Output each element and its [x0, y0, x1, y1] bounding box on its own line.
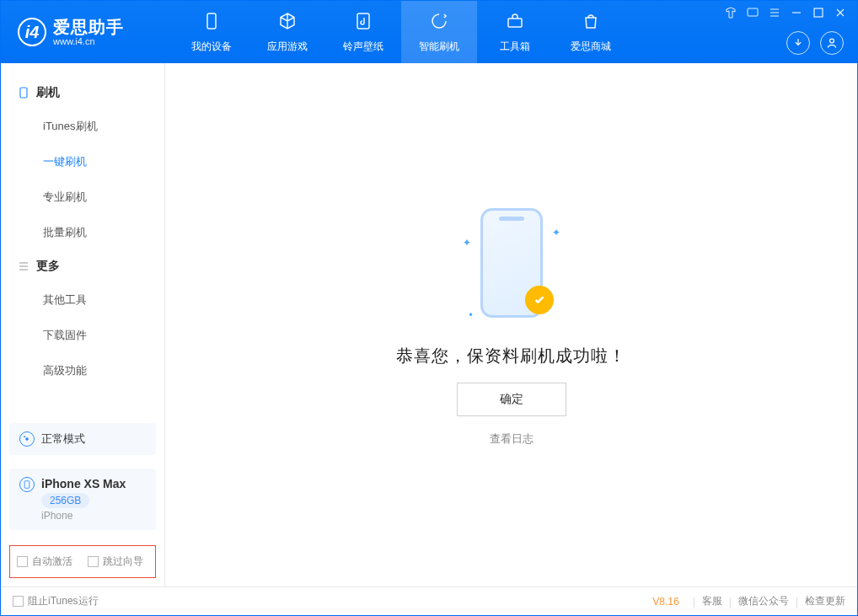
svg-rect-6: [20, 88, 27, 98]
sidebar-item-download-firmware[interactable]: 下载固件: [43, 318, 164, 353]
menu-icon[interactable]: [768, 6, 781, 19]
checkbox-icon: [88, 556, 99, 567]
skin-icon[interactable]: [724, 6, 737, 19]
nav-store[interactable]: 爱思商城: [553, 1, 629, 63]
svg-point-7: [26, 438, 29, 441]
checkbox-icon: [17, 556, 28, 567]
nav-apps-games[interactable]: 应用游戏: [249, 1, 325, 63]
download-button[interactable]: [786, 31, 810, 55]
minimize-button[interactable]: [790, 6, 803, 19]
svg-rect-0: [207, 13, 216, 29]
logo-area: i4 爱思助手 www.i4.cn: [1, 18, 174, 46]
top-nav: 我的设备 应用游戏 铃声壁纸 智能刷机 工具箱 爱思商城: [174, 1, 629, 63]
svg-point-5: [830, 39, 834, 43]
view-log-link[interactable]: 查看日志: [490, 431, 534, 447]
svg-rect-1: [357, 13, 369, 29]
section-flash-header[interactable]: 刷机: [1, 77, 164, 109]
body: 刷机 iTunes刷机 一键刷机 专业刷机 批量刷机 更多 其他工具 下载固件 …: [1, 63, 857, 587]
svg-rect-2: [508, 19, 522, 27]
device-name: iPhone XS Max: [41, 477, 126, 490]
success-check-icon: [525, 286, 554, 314]
sparkle-icon: ✦: [463, 237, 471, 249]
confirm-button[interactable]: 确定: [457, 383, 566, 416]
sparkle-icon: ✦: [552, 227, 560, 238]
nav-toolbox[interactable]: 工具箱: [477, 1, 553, 63]
app-title: 爱思助手: [53, 18, 124, 36]
sidebar-item-pro-flash[interactable]: 专业刷机: [43, 179, 164, 215]
checkbox-icon: [13, 596, 24, 607]
sidebar-item-other-tools[interactable]: 其他工具: [43, 282, 164, 318]
sidebar-item-oneclick-flash[interactable]: 一键刷机: [43, 144, 164, 179]
device-panel[interactable]: iPhone XS Max 256GB iPhone: [9, 469, 156, 530]
sidebar-item-batch-flash[interactable]: 批量刷机: [43, 215, 164, 250]
section-more-header[interactable]: 更多: [1, 250, 164, 282]
version-label: V8.16: [652, 596, 678, 608]
window-controls: [724, 6, 847, 19]
app-window: i4 爱思助手 www.i4.cn 我的设备 应用游戏 铃声壁纸 智能刷机: [0, 0, 858, 616]
feedback-icon[interactable]: [746, 6, 759, 19]
user-button[interactable]: [820, 31, 844, 55]
success-illustration: ✦ ✦ •: [461, 203, 562, 329]
bag-icon: [581, 11, 601, 36]
phone-icon: [201, 11, 222, 36]
footer-link-update[interactable]: 检查更新: [805, 594, 845, 608]
footer: 阻止iTunes运行 V8.16 | 客服 | 微信公众号 | 检查更新: [1, 587, 857, 615]
app-subtitle: www.i4.cn: [53, 36, 124, 46]
svg-rect-9: [24, 481, 29, 489]
device-icon: [19, 477, 35, 492]
device-capacity: 256GB: [41, 493, 89, 508]
highlighted-checkbox-row: 自动激活 跳过向导: [9, 545, 156, 578]
phone-small-icon: [18, 87, 29, 99]
svg-rect-4: [814, 8, 823, 17]
svg-rect-3: [748, 8, 758, 16]
mode-panel[interactable]: 正常模式: [9, 423, 156, 455]
svg-point-8: [24, 436, 24, 437]
music-file-icon: [353, 11, 373, 36]
sidebar-item-itunes-flash[interactable]: iTunes刷机: [43, 109, 164, 144]
header-actions: [786, 31, 844, 55]
nav-ringtones[interactable]: 铃声壁纸: [325, 1, 401, 63]
sidebar: 刷机 iTunes刷机 一键刷机 专业刷机 批量刷机 更多 其他工具 下载固件 …: [1, 63, 165, 587]
sparkle-icon: •: [469, 309, 473, 321]
toolbox-icon: [505, 11, 525, 36]
main-content: ✦ ✦ • 恭喜您，保资料刷机成功啦！ 确定 查看日志: [165, 63, 857, 587]
close-button[interactable]: [834, 6, 847, 19]
success-message: 恭喜您，保资料刷机成功啦！: [396, 345, 626, 367]
device-type: iPhone: [41, 510, 126, 522]
refresh-shield-icon: [429, 11, 449, 36]
nav-smart-flash[interactable]: 智能刷机: [401, 1, 477, 63]
list-icon: [18, 260, 29, 272]
auto-activate-checkbox[interactable]: 自动激活: [17, 554, 72, 569]
footer-link-support[interactable]: 客服: [702, 594, 722, 608]
logo-icon: i4: [18, 18, 46, 46]
block-itunes-checkbox[interactable]: 阻止iTunes运行: [13, 594, 99, 608]
mode-icon: [19, 431, 35, 447]
sidebar-item-advanced[interactable]: 高级功能: [43, 353, 164, 388]
skip-guide-checkbox[interactable]: 跳过向导: [88, 554, 143, 569]
footer-link-wechat[interactable]: 微信公众号: [738, 594, 789, 608]
header: i4 爱思助手 www.i4.cn 我的设备 应用游戏 铃声壁纸 智能刷机: [1, 1, 857, 63]
nav-my-device[interactable]: 我的设备: [174, 1, 249, 63]
maximize-button[interactable]: [812, 6, 825, 19]
cube-icon: [277, 11, 298, 36]
